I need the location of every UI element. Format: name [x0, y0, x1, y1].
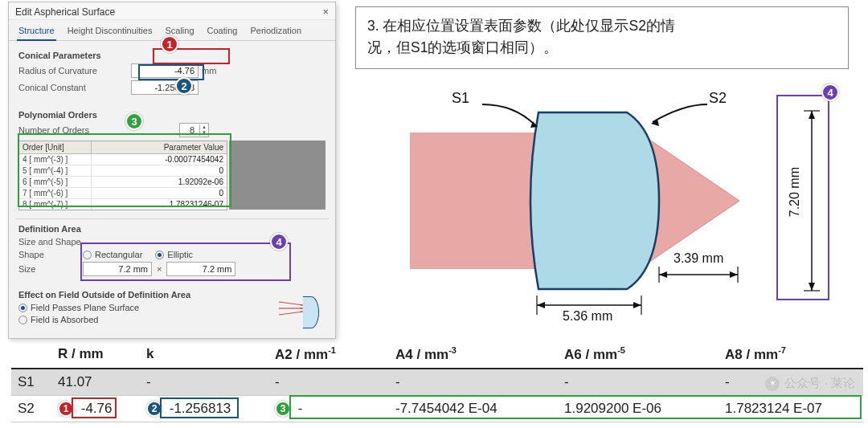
radius-unit: mm	[202, 66, 216, 75]
instruction-line2: 况，但S1的选项窗口相同）。	[367, 39, 558, 55]
badge-2-table: 2	[146, 401, 162, 417]
svg-marker-14	[633, 302, 641, 308]
tab-height-discontinuities[interactable]: Height Discontinuities	[66, 23, 154, 40]
grid-cell: 6 [ mm^(-5) ]	[19, 177, 92, 187]
grid-header-order: Order [Unit]	[19, 141, 92, 153]
num-orders-spinner[interactable]: 8 ▲▼	[179, 123, 209, 137]
dialog-body: Conical Parameters Radius of Curvature -…	[9, 41, 335, 333]
svg-marker-24	[809, 283, 815, 291]
s1-k: -	[140, 369, 268, 396]
wechat-icon: ✶	[765, 377, 780, 391]
table-row-s2: S2 1 -4.76 2 -1.256813 3 -	[11, 395, 863, 422]
svg-marker-19	[730, 271, 738, 278]
th-R: R / mm	[51, 340, 140, 369]
s2-A4: -7.7454042 E-04	[389, 395, 558, 422]
size-times: ×	[157, 264, 162, 274]
th-A4: A4 / mm-3	[389, 340, 558, 369]
s1-label: S1	[452, 90, 469, 107]
effect-absorb-radio[interactable]: Field is Absorbed	[18, 315, 98, 324]
spinner-down-icon[interactable]: ▼	[200, 130, 208, 136]
lens-height-label: 7.20 mm	[788, 167, 802, 217]
s1-A2: -	[268, 369, 389, 396]
s2-R: 1 -4.76	[51, 395, 140, 422]
lens-width-label: 5.36 mm	[563, 309, 612, 324]
s1-A6: -	[558, 369, 719, 396]
grid-cell: 7 [ mm^(-6) ]	[19, 188, 92, 198]
s2-k: 2 -1.256813	[140, 395, 268, 422]
badge-3-table: 3	[275, 401, 291, 417]
svg-marker-13	[537, 302, 545, 308]
s1-R: 41.07	[51, 369, 140, 396]
grid-cell[interactable]: -0.00077454042	[92, 154, 227, 165]
svg-line-2	[279, 312, 303, 315]
th-blank	[11, 340, 51, 369]
dialog-titlebar: Edit Aspherical Surface ×	[9, 2, 335, 20]
s2-name: S2	[11, 395, 51, 422]
grid-cell[interactable]: 0	[92, 188, 227, 198]
size-x-input[interactable]: 7.2 mm	[83, 262, 152, 276]
spinner-up-icon[interactable]: ▲	[200, 124, 208, 130]
th-k: k	[140, 340, 268, 369]
grid-cell[interactable]: 1.92092e-06	[92, 177, 227, 187]
effect-illustration	[279, 295, 319, 330]
badge-4-figure: 4	[821, 84, 839, 101]
th-A2: A2 / mm-1	[268, 340, 389, 369]
lens-figure: S1 S2 5.36 mm 3.39 mm 7.20 mm 4	[362, 72, 852, 313]
badge-1: 1	[161, 35, 178, 53]
grid-grey-area	[229, 141, 326, 210]
s2-A2: 3 -	[268, 395, 389, 422]
tab-coating[interactable]: Coating	[206, 23, 240, 40]
instruction-box: 3. 在相应位置设置表面参数（此处仅显示S2的情 况，但S1的选项窗口相同）。	[355, 6, 849, 69]
effect-pass-radio[interactable]: Field Passes Plane Surface	[18, 303, 139, 312]
num-orders-label: Number of Orders	[18, 125, 131, 135]
table-row-s1: S1 41.07 - - - - -	[11, 369, 863, 396]
instruction-line1: 3. 在相应位置设置表面参数（此处仅显示S2的情	[367, 18, 675, 34]
radius-input[interactable]: -4.76	[131, 63, 199, 78]
s2-label: S2	[709, 90, 727, 107]
th-A6: A6 / mm-5	[558, 340, 719, 369]
s2-A8: 1.7823124 E-07	[719, 395, 863, 422]
badge-1-table: 1	[58, 401, 74, 417]
grid-cell[interactable]: 1.78231246-07	[92, 199, 227, 210]
shape-elliptic-radio[interactable]: Elliptic	[155, 250, 193, 259]
tab-structure[interactable]: Structure	[17, 23, 56, 41]
gap-label: 3.39 mm	[674, 251, 723, 266]
radius-label: Radius of Curvature	[18, 66, 131, 75]
grid-cell: 5 [ mm^(-4) ]	[19, 165, 92, 176]
parameters-table: R / mm k A2 / mm-1 A4 / mm-3 A6 / mm-5 A…	[11, 340, 855, 422]
badge-2: 2	[175, 77, 193, 95]
badge-3: 3	[125, 112, 143, 130]
grid-cell[interactable]: 0	[92, 165, 227, 176]
grid-header-value: Parameter Value	[92, 141, 227, 153]
s2-A6: 1.9209200 E-06	[558, 395, 719, 422]
svg-marker-23	[809, 111, 815, 119]
svg-marker-18	[659, 271, 667, 278]
close-icon[interactable]: ×	[322, 6, 329, 18]
grid-cell: 8 [ mm^(-7) ]	[19, 199, 92, 210]
s1-A4: -	[389, 369, 558, 396]
dialog-title: Edit Aspherical Surface	[15, 6, 115, 18]
grid-cell: 4 [ mm^(-3) ]	[19, 154, 92, 165]
shape-label: Shape	[18, 250, 83, 259]
svg-line-0	[279, 302, 303, 305]
th-A8: A8 / mm-7	[719, 340, 863, 369]
poly-section-title: Polynomial Orders	[18, 110, 326, 120]
size-y-input[interactable]: 7.2 mm	[166, 262, 235, 276]
num-orders-value: 8	[180, 125, 199, 135]
shape-rectangular-radio[interactable]: Rectangular	[83, 250, 142, 259]
poly-grid[interactable]: Order [Unit] Parameter Value 4 [ mm^(-3)…	[18, 141, 227, 210]
watermark: ✶ 公众号 · 莱论	[765, 376, 855, 391]
tab-periodization[interactable]: Periodization	[248, 23, 303, 40]
badge-4: 4	[270, 233, 288, 251]
size-label: Size	[18, 264, 83, 274]
conical-constant-label: Conical Constant	[18, 83, 131, 92]
s1-name: S1	[11, 369, 51, 396]
